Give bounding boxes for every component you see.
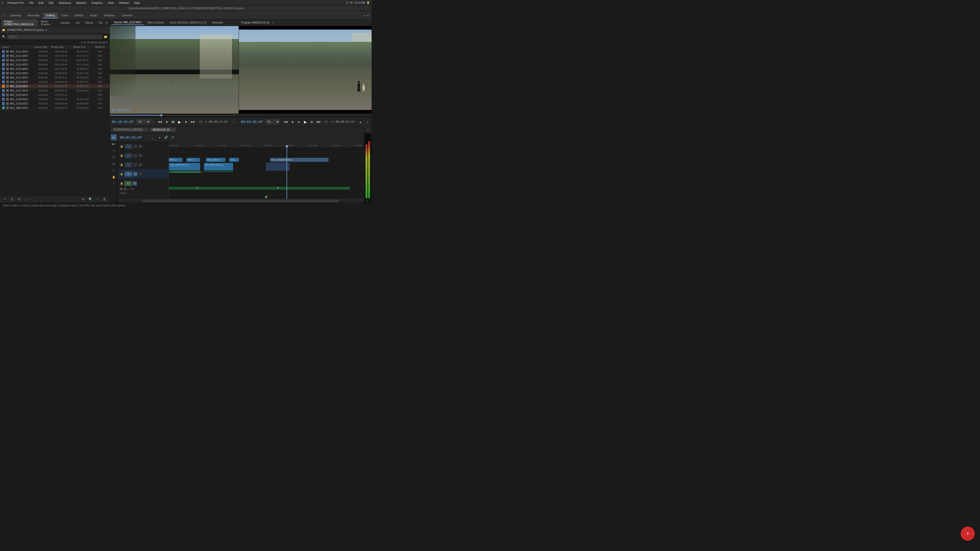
tab-assembly[interactable]: Assembly: [24, 13, 43, 18]
program-panel-menu[interactable]: ☰: [272, 21, 274, 24]
menu-graphics[interactable]: Graphics: [90, 1, 103, 5]
track-v3-lock[interactable]: 🔒: [119, 154, 124, 158]
program-match-frame-icon[interactable]: ⏷: [331, 121, 334, 123]
new-item-btn[interactable]: +: [95, 197, 100, 202]
program-go-in-btn[interactable]: ◀◀: [283, 119, 288, 125]
file-row-0130[interactable]: 🎬 IMG_0130.MOV 25,00 fps 05:29:04:06 05:…: [0, 102, 110, 106]
master-keyframe[interactable]: [265, 196, 267, 198]
timeline-tc-display[interactable]: 00:03:01:07: [118, 135, 148, 139]
track-v2-toggle[interactable]: V2: [124, 162, 132, 167]
tab-markers-left[interactable]: Ma: [96, 21, 105, 25]
panel-menu-icon[interactable]: ☰: [105, 21, 108, 24]
clip-v2-4[interactable]: IMG_: [229, 158, 239, 162]
new-folder-icon[interactable]: 📁: [104, 35, 107, 38]
text-tool[interactable]: T: [111, 181, 117, 187]
source-scrubber-track[interactable]: [110, 115, 239, 116]
slip-tool[interactable]: ⇼: [111, 161, 117, 167]
snap-toggle[interactable]: ⎯: [150, 135, 156, 140]
track-a1-mute[interactable]: M: [119, 187, 123, 191]
expand-icon[interactable]: ▸: [46, 29, 47, 32]
timeline-scroll-thumb[interactable]: [142, 200, 339, 202]
menu-file[interactable]: File: [28, 1, 35, 5]
track-a1-vol-down[interactable]: ▼: [130, 187, 132, 191]
file-row-9984[interactable]: 🎬 IMG_9984.MOV 29,97 fps 04:23:05:20 04:…: [0, 106, 110, 110]
clip-v2-5[interactable]: IMG_0119.MOV [50%]: [270, 158, 328, 162]
source-scrubber[interactable]: [110, 114, 239, 117]
source-go-out-btn[interactable]: ▶▶: [190, 119, 196, 125]
tab-media-browser[interactable]: Media Browser: [38, 19, 57, 27]
clear-btn[interactable]: 🗑: [102, 197, 107, 202]
file-row-0119[interactable]: 🎬 IMG_0119.MOV 50,00 fps 05:28:32:22 05:…: [0, 84, 110, 89]
list-view-btn[interactable]: ☰: [9, 197, 15, 202]
track-a1-toggle[interactable]: A1: [124, 181, 132, 186]
tab-graphics[interactable]: Graphics: [101, 13, 118, 18]
file-row-0118[interactable]: 🎬 IMG_0118.MOV 50,00 fps 05:28:30:40 05:…: [0, 80, 110, 84]
menu-premiere-pro[interactable]: Premiere Pro: [6, 1, 25, 5]
tab-project[interactable]: Project: DOMESTIKA_ANGELICA: [2, 19, 38, 27]
audio-clip-a1-1[interactable]: [169, 171, 202, 173]
home-icon[interactable]: ⌂: [3, 14, 4, 17]
menu-help[interactable]: Help: [133, 1, 141, 5]
add-marker-tl[interactable]: ♦: [157, 135, 162, 140]
track-a1-solo[interactable]: S: [124, 187, 127, 191]
tab-info[interactable]: Info: [73, 21, 83, 25]
edit-btn[interactable]: ✏: [2, 197, 8, 202]
track-v2-sync[interactable]: ◯: [133, 163, 137, 167]
program-lift-btn[interactable]: ▲: [358, 119, 363, 125]
settings-tl[interactable]: ⚙: [170, 135, 176, 140]
menu-window[interactable]: Window: [118, 1, 130, 5]
tab-libraries[interactable]: Libraries: [119, 13, 135, 18]
add-timeline-btn[interactable]: +: [366, 128, 370, 131]
selection-tool[interactable]: ▶: [111, 134, 117, 140]
track-v2-eye[interactable]: 👁: [138, 163, 142, 167]
source-tab-audiomixer[interactable]: Audio Clip Mixer: ANGELICA_01: [167, 21, 209, 25]
track-v1-eye[interactable]: 👁: [138, 172, 142, 176]
track-v4-toggle[interactable]: V4: [124, 144, 132, 149]
track-v4-lock[interactable]: 🔒: [119, 144, 124, 148]
freeform-view-btn[interactable]: ○: [24, 197, 29, 202]
col-media-header[interactable]: Media D: [95, 46, 107, 48]
source-timecode-display[interactable]: 05:28:55:07: [112, 120, 135, 124]
source-add-marker-btn[interactable]: +: [231, 119, 237, 125]
more-workspaces-icon[interactable]: »: [364, 14, 365, 17]
col-start-header[interactable]: Media Start: [51, 46, 73, 48]
timeline-tab-angelica[interactable]: ANGELICA_01 ✕: [150, 127, 176, 132]
source-tab-source[interactable]: Source: IMG_0119.MOV: [111, 20, 145, 25]
timeline-tab-entrevista[interactable]: ENTREVISTA_CORTE01 ✕: [111, 127, 149, 132]
menu-edit[interactable]: Edit: [38, 1, 45, 5]
file-row-0112[interactable]: 🎬 IMG_0112.MOV 50,00 fps 05:27:09:48 05:…: [0, 54, 110, 58]
track-a1-lock[interactable]: 🔒: [119, 181, 124, 186]
track-v1-sync[interactable]: V1: [133, 172, 137, 176]
source-go-in-btn[interactable]: ◀◀: [157, 119, 162, 125]
file-row-0111[interactable]: 🎬 IMG_0111.MOV 50,00 fps 05:26:55:48 05:…: [0, 49, 110, 54]
file-row-0117[interactable]: 🎬 IMG_0117.MOV 50,00 fps 05:28:17:30 05:…: [0, 76, 110, 80]
track-v2-lock[interactable]: 🔒: [119, 163, 124, 167]
file-row-0115[interactable]: 🎬 IMG_0115.MOV 50,00 fps 05:27:52:00 05:…: [0, 67, 110, 71]
search-input[interactable]: [7, 35, 102, 39]
col-name-header[interactable]: Name: [2, 46, 34, 48]
sort-btn[interactable]: ⊞: [80, 197, 86, 202]
tab-audio[interactable]: Audio: [87, 13, 100, 18]
tab-color[interactable]: Color: [59, 13, 71, 18]
program-stop-btn[interactable]: ■: [296, 119, 302, 125]
clip-v1-3-selected[interactable]: [266, 163, 290, 171]
program-go-out-btn[interactable]: ▶▶: [316, 119, 321, 125]
tab-effects[interactable]: Effects: [72, 13, 86, 18]
search-btn[interactable]: 🔍: [88, 197, 93, 202]
menu-sequence[interactable]: Sequence: [57, 1, 72, 5]
hand-tool[interactable]: ✋: [111, 174, 117, 180]
track-v4-eye[interactable]: 👁: [138, 144, 142, 148]
track-select-fwd[interactable]: ▶|: [111, 141, 117, 147]
maximize-icon[interactable]: ⤢: [367, 14, 369, 17]
pen-tool[interactable]: ✎: [111, 167, 117, 173]
program-step-fwd-btn[interactable]: ▶: [309, 119, 315, 125]
ripple-edit[interactable]: ⇸: [111, 148, 117, 154]
track-a1-sync[interactable]: A1: [133, 181, 137, 186]
source-tab-effects[interactable]: Effect Controls: [145, 21, 167, 25]
audio-clip-a1-2[interactable]: [204, 171, 233, 172]
program-scrubber[interactable]: [239, 114, 372, 117]
tab-editing[interactable]: Editing: [43, 13, 58, 18]
tab-libraries-left[interactable]: Libraries: [58, 21, 73, 25]
apple-menu[interactable]: : [2, 1, 3, 5]
file-row-0116[interactable]: 🎬 IMG_0116.MOV 50,00 fps 05:28:04:08 05:…: [0, 71, 110, 76]
